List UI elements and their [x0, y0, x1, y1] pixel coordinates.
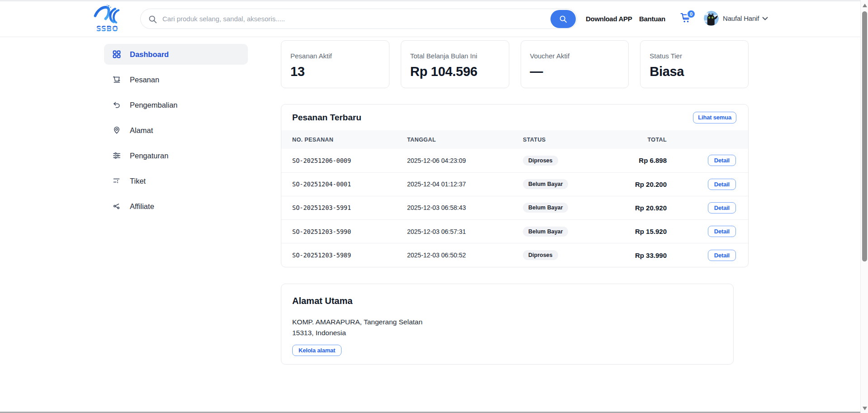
order-row: SO-20251203-5990 2025-12-03 06:57:31 Bel…: [281, 220, 748, 243]
stats-row: Pesanan Aktif 13 Total Belanja Bulan Ini…: [281, 40, 749, 88]
stat-value: 13: [290, 65, 380, 78]
sidebar-item-affiliate[interactable]: Affiliate: [104, 196, 248, 217]
sidebar: Dashboard Pesanan Pengembalian Alamat P: [104, 44, 248, 221]
search-button-icon: [559, 14, 568, 24]
order-number: SO-20251206-0009: [281, 149, 407, 172]
download-app-link[interactable]: Download APP: [586, 15, 632, 23]
primary-address-card: Alamat Utama KOMP. AMARAPURA, Tangerang …: [281, 284, 734, 365]
cart-badge: 0: [687, 9, 696, 19]
order-total: Rp 15.920: [631, 220, 667, 243]
sidebar-item-label: Pesanan: [130, 76, 159, 84]
order-date: 2025-12-04 01:12:37: [407, 172, 523, 196]
address-line-1: KOMP. AMARAPURA, Tangerang Selatan: [292, 317, 722, 328]
stat-card-status-tier: Status Tier Biasa: [640, 40, 749, 88]
sidebar-item-pengaturan[interactable]: Pengaturan: [104, 145, 248, 166]
map-pin-icon: [113, 126, 121, 134]
order-row: SO-20251204-0001 2025-12-04 01:12:37 Bel…: [281, 172, 748, 196]
shopping-cart-icon: [113, 76, 121, 84]
dashboard-grid-icon: [113, 50, 121, 58]
stat-value: Rp 104.596: [410, 65, 500, 78]
logo-wave-icon: [95, 5, 119, 23]
sliders-icon: [113, 152, 121, 160]
status-badge: Diproses: [523, 156, 558, 166]
ssbo-logo[interactable]: SSBO: [94, 4, 121, 33]
status-badge: Belum Bayar: [523, 179, 568, 189]
manage-address-button[interactable]: Kelola alamat: [292, 345, 342, 356]
status-badge: Belum Bayar: [523, 227, 568, 237]
detail-button[interactable]: Detail: [708, 179, 736, 190]
search-icon: [148, 14, 157, 24]
sidebar-item-label: Affiliate: [130, 202, 154, 211]
order-number: SO-20251203-5990: [281, 220, 407, 243]
detail-button[interactable]: Detail: [708, 155, 736, 166]
stat-card-total-belanja: Total Belanja Bulan Ini Rp 104.596: [401, 40, 509, 88]
scrollbar[interactable]: [860, 0, 868, 413]
column-header-status: STATUS: [523, 130, 631, 149]
order-number: SO-20251204-0001: [281, 172, 407, 196]
orders-table: NO. PESANAN TANGGAL STATUS TOTAL SO-2025…: [281, 130, 748, 267]
help-link[interactable]: Bantuan: [639, 15, 665, 23]
main-content: Pesanan Aktif 13 Total Belanja Bulan Ini…: [281, 40, 749, 365]
search-input[interactable]: [162, 9, 556, 28]
order-number: SO-20251203-5989: [281, 243, 407, 267]
order-date: 2025-12-03 06:57:31: [407, 220, 523, 243]
stat-card-pesanan-aktif: Pesanan Aktif 13: [281, 40, 389, 88]
order-row: SO-20251203-5989 2025-12-03 06:50:52 Dip…: [281, 243, 748, 267]
header: SSBO Download APP Bantuan 0: [0, 0, 860, 37]
stat-card-voucher-aktif: Voucher Aktif —: [521, 40, 629, 88]
sidebar-item-pengembalian[interactable]: Pengembalian: [104, 95, 248, 115]
sidebar-item-tiket[interactable]: Tiket: [104, 171, 248, 191]
status-badge: Diproses: [523, 250, 558, 260]
sidebar-item-alamat[interactable]: Alamat: [104, 120, 248, 141]
search-bar: [140, 9, 577, 29]
cart-button[interactable]: 0: [680, 9, 697, 27]
stat-value: Biasa: [650, 65, 739, 78]
detail-button[interactable]: Detail: [708, 226, 736, 237]
detail-button[interactable]: Detail: [708, 250, 736, 261]
order-date: 2025-12-06 04:23:09: [407, 149, 523, 172]
address-card-title: Alamat Utama: [292, 296, 722, 306]
order-row: SO-20251203-5991 2025-12-03 06:58:43 Bel…: [281, 196, 748, 219]
stat-label: Total Belanja Bulan Ini: [410, 52, 500, 61]
address-line-2: 15313, Indonesia: [292, 328, 722, 338]
scrollbar-down-arrow-icon[interactable]: [863, 407, 867, 410]
order-date: 2025-12-03 06:58:43: [407, 196, 523, 219]
sidebar-item-dashboard[interactable]: Dashboard: [104, 44, 248, 65]
column-header-total: TOTAL: [631, 130, 667, 149]
order-number: SO-20251203-5991: [281, 196, 407, 219]
avatar[interactable]: [704, 11, 719, 26]
scrollbar-up-arrow-icon[interactable]: [863, 4, 867, 7]
order-row: SO-20251206-0009 2025-12-06 04:23:09 Dip…: [281, 149, 748, 172]
column-header-tanggal: TANGGAL: [407, 130, 523, 149]
sidebar-item-label: Alamat: [130, 126, 153, 135]
stat-label: Status Tier: [650, 52, 739, 61]
avatar-image: [704, 11, 719, 26]
recent-orders-card: Pesanan Terbaru Lihat semua NO. PESANAN …: [281, 104, 749, 267]
logo-text: SSBO: [96, 25, 119, 33]
return-arrow-icon: [113, 101, 121, 109]
sidebar-item-label: Pengembalian: [130, 101, 178, 109]
user-name[interactable]: Naufal Hanif: [723, 14, 759, 22]
detail-button[interactable]: Detail: [708, 202, 736, 214]
status-badge: Belum Bayar: [523, 203, 568, 213]
orders-table-header-row: NO. PESANAN TANGGAL STATUS TOTAL: [281, 130, 748, 149]
order-total: Rp 20.920: [631, 196, 667, 219]
chevron-down-icon[interactable]: [762, 17, 768, 21]
scrollbar-thumb[interactable]: [862, 11, 867, 261]
stat-label: Voucher Aktif: [530, 52, 620, 61]
order-total: Rp 33.990: [631, 243, 667, 267]
sidebar-item-label: Tiket: [130, 177, 146, 185]
sidebar-item-label: Dashboard: [130, 50, 169, 59]
order-total: Rp 20.200: [631, 172, 667, 196]
order-date: 2025-12-03 06:50:52: [407, 243, 523, 267]
view-all-button[interactable]: Lihat semua: [693, 112, 736, 123]
orders-card-title: Pesanan Terbaru: [292, 113, 361, 123]
search-submit-button[interactable]: [550, 10, 576, 28]
share-icon: [113, 202, 121, 210]
column-header-no-pesanan: NO. PESANAN: [281, 130, 407, 149]
sidebar-item-pesanan[interactable]: Pesanan: [104, 69, 248, 90]
ticket-list-icon: [113, 177, 121, 185]
stat-value: —: [530, 65, 620, 78]
order-total: Rp 6.898: [631, 149, 667, 172]
window-top-edge: [0, 0, 868, 1]
